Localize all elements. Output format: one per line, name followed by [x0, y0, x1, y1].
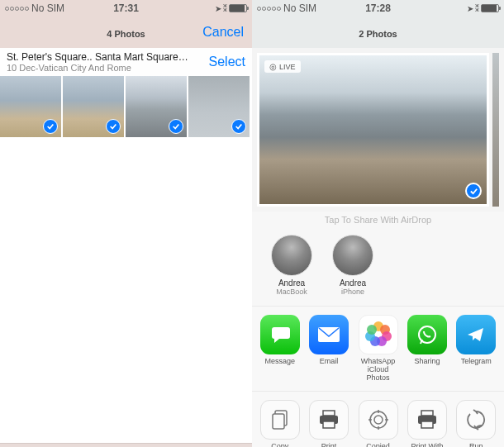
album-date: 10 Dec-Vatican City And Rome	[7, 63, 188, 73]
app-label: Email	[320, 358, 339, 366]
action-workflow[interactable]: Run Workflow	[454, 400, 499, 447]
clipper-icon	[359, 400, 398, 440]
app-label: Message	[264, 358, 295, 366]
battery-icon	[481, 4, 499, 12]
print-icon	[309, 400, 349, 440]
signal-icon	[257, 7, 281, 11]
avatar	[271, 235, 312, 276]
airdrop-hint: Tap To Share With AirDrop	[252, 212, 504, 228]
action-label: Print	[321, 443, 337, 447]
status-right: ➤ ⁑	[467, 4, 499, 13]
carrier-label: No SIM	[283, 2, 316, 14]
album-header: St. Peter's Square.. Santa Mart Square..…	[0, 48, 252, 76]
photo-preview[interactable]: LIVE	[257, 53, 489, 207]
app-label: WhatsApp iCloud Photos	[355, 358, 401, 383]
contact-name: Andrea	[278, 278, 305, 288]
status-bar: No SIM 17:28 ➤ ⁑	[252, 0, 504, 17]
nav-title: 2 Photos	[359, 29, 397, 39]
app-label: Telegram	[461, 358, 492, 366]
copy-icon	[260, 400, 300, 440]
action-label: Copy	[271, 443, 288, 447]
location-icon: ➤	[215, 4, 221, 13]
photos-icon	[359, 315, 398, 354]
nav-bar: 4 Photos Cancel	[0, 17, 252, 48]
action-copy[interactable]: Copy	[257, 400, 302, 447]
photo-preview-next[interactable]	[492, 53, 499, 207]
airdrop-contact[interactable]: Andrea MacBook	[269, 235, 315, 296]
selected-check-icon	[465, 183, 482, 199]
app-label: Sharing	[414, 358, 440, 366]
contact-name: Andrea	[340, 278, 366, 288]
live-badge: LIVE	[264, 60, 301, 73]
share-app-message[interactable]: Message	[257, 315, 302, 383]
selected-check-icon	[231, 119, 246, 134]
svg-point-8	[374, 416, 383, 424]
status-bar: No SIM 17:31 ➤ ⁑	[0, 0, 252, 17]
clock: 17:28	[365, 2, 391, 14]
message-icon	[260, 315, 300, 354]
signal-icon	[5, 7, 29, 11]
share-actions-row: Copy Print Copied Clipper Print With Pri…	[252, 392, 504, 447]
share-app-icloud-photos[interactable]: WhatsApp iCloud Photos	[355, 315, 401, 383]
screen-share-sheet: No SIM 17:28 ➤ ⁑ 2 Photos LIVE Tap To Sh…	[252, 0, 504, 447]
svg-rect-3	[273, 414, 284, 429]
telegram-icon	[456, 315, 496, 354]
selected-check-icon	[43, 119, 58, 134]
share-app-telegram[interactable]: Telegram	[454, 315, 499, 383]
location-icon: ➤	[467, 4, 473, 13]
airdrop-contact[interactable]: Andrea iPhone	[330, 235, 376, 296]
bluetooth-icon: ⁑	[223, 4, 227, 13]
clock: 17:31	[113, 2, 139, 14]
avatar	[332, 235, 373, 276]
svg-point-7	[370, 411, 387, 428]
workflow-icon	[456, 400, 496, 440]
share-app-email[interactable]: Email	[306, 315, 351, 383]
carrier-status: No SIM	[5, 2, 64, 14]
photo-thumbnail[interactable]	[63, 76, 124, 137]
svg-rect-4	[323, 411, 335, 416]
selected-check-icon	[106, 119, 121, 134]
selected-check-icon	[169, 119, 183, 134]
action-label: Print With Printer Pro	[404, 443, 449, 447]
mail-icon	[309, 315, 349, 354]
action-print[interactable]: Print	[306, 400, 351, 447]
empty-content	[0, 137, 252, 443]
album-locations: St. Peter's Square.. Santa Mart Square..…	[7, 51, 188, 63]
nav-title: 4 Photos	[107, 29, 145, 39]
contact-device: MacBook	[276, 288, 307, 296]
bottom-toolbar: Add	[0, 443, 252, 447]
action-printer-pro[interactable]: Print With Printer Pro	[404, 400, 449, 447]
action-clipper[interactable]: Copied Clipper	[355, 400, 401, 447]
photo-thumbnail[interactable]	[126, 76, 187, 137]
share-apps-row: Message Email WhatsApp iCloud Photos	[252, 306, 504, 392]
battery-icon	[229, 4, 247, 12]
status-right: ➤ ⁑	[215, 4, 247, 13]
printer-pro-icon	[407, 400, 447, 440]
photo-preview-area: LIVE	[252, 48, 504, 212]
action-label: Run Workflow	[454, 443, 499, 447]
contact-device: iPhone	[341, 288, 364, 296]
share-app-whatsapp[interactable]: Sharing	[404, 315, 449, 383]
svg-rect-6	[323, 421, 335, 428]
thumbnail-row	[0, 76, 252, 137]
screen-photos-multiselect: No SIM 17:31 ➤ ⁑ 4 Photos Cancel St. Pet…	[0, 0, 252, 447]
whatsapp-icon	[407, 315, 447, 354]
bluetooth-icon: ⁑	[475, 4, 479, 13]
select-button[interactable]: Select	[209, 55, 245, 69]
photo-thumbnail[interactable]	[0, 76, 61, 137]
action-label: Copied Clipper	[355, 443, 401, 447]
photo-thumbnail[interactable]	[188, 76, 250, 137]
svg-rect-9	[421, 411, 433, 416]
cancel-button[interactable]: Cancel	[202, 25, 244, 40]
nav-bar: 2 Photos	[252, 17, 504, 48]
carrier-label: No SIM	[31, 2, 64, 14]
airdrop-contacts: Andrea MacBook Andrea iPhone	[252, 228, 504, 306]
carrier-status: No SIM	[257, 2, 316, 14]
svg-rect-11	[421, 421, 433, 428]
